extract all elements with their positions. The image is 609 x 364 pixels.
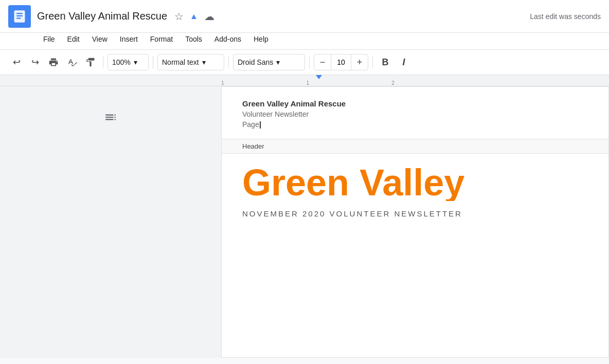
ruler-marker[interactable] xyxy=(316,75,322,79)
title-bar: Green Valley Animal Rescue ☆ ▲ ☁ Last ed… xyxy=(0,0,609,33)
style-dropdown[interactable]: Normal text ▾ xyxy=(157,54,224,70)
style-value: Normal text xyxy=(162,58,199,66)
doc-title-main: Green Valley Animal Rescue xyxy=(242,99,588,108)
cloud-icon[interactable]: ☁ xyxy=(204,10,214,23)
doc-content-title: Green Valley xyxy=(242,164,588,201)
font-size-control: − 10 + xyxy=(314,54,368,70)
toolbar-divider-4 xyxy=(309,56,310,68)
ruler: 1 1 2 xyxy=(0,75,609,86)
doc-page: Page xyxy=(242,120,588,129)
toolbar-divider-5 xyxy=(372,56,373,68)
menu-bar: File Edit View Insert Format Tools Add-o… xyxy=(0,33,609,49)
redo-button[interactable]: ↪ xyxy=(27,54,43,70)
menu-item-edit[interactable]: Edit xyxy=(62,33,85,45)
spellcheck-button[interactable] xyxy=(64,54,80,70)
font-size-increase-button[interactable]: + xyxy=(351,54,368,70)
menu-item-file[interactable]: File xyxy=(38,33,60,45)
left-sidebar xyxy=(0,86,221,358)
title-icons: ☆ ▲ ☁ xyxy=(174,10,214,23)
doc-area: Green Valley Animal Rescue Volunteer New… xyxy=(221,86,609,358)
menu-item-addons[interactable]: Add-ons xyxy=(209,33,246,45)
font-dropdown[interactable]: Droid Sans ▾ xyxy=(233,54,305,70)
header-label-bar: Header xyxy=(221,139,609,154)
menu-item-format[interactable]: Format xyxy=(145,33,178,45)
font-size-value[interactable]: 10 xyxy=(331,54,351,70)
font-value: Droid Sans xyxy=(238,58,273,66)
last-edit-text: Last edit was seconds xyxy=(530,12,601,21)
zoom-value: 100% xyxy=(112,58,131,66)
toolbar-divider-2 xyxy=(153,56,153,68)
undo-button[interactable]: ↩ xyxy=(8,54,25,70)
drive-icon[interactable]: ▲ xyxy=(190,12,198,21)
app-icon[interactable] xyxy=(8,5,31,28)
menu-item-tools[interactable]: Tools xyxy=(180,33,207,45)
outline-icon[interactable] xyxy=(100,107,121,128)
style-chevron-icon: ▾ xyxy=(202,58,206,66)
zoom-chevron-icon: ▾ xyxy=(134,58,137,66)
print-button[interactable] xyxy=(45,54,62,70)
paint-format-button[interactable] xyxy=(82,54,99,70)
font-size-decrease-button[interactable]: − xyxy=(314,54,331,70)
menu-item-insert[interactable]: Insert xyxy=(115,33,143,45)
ruler-marks: 1 1 2 xyxy=(221,75,477,86)
toolbar: ↩ ↪ 100% ▾ Normal text ▾ Droid Sans ▾ − … xyxy=(0,49,609,75)
star-icon[interactable]: ☆ xyxy=(174,10,184,23)
doc-content-subtitle: NOVEMBER 2020 VOLUNTEER NEWSLETTER xyxy=(242,209,588,218)
zoom-dropdown[interactable]: 100% ▾ xyxy=(108,54,149,70)
main-area: Green Valley Animal Rescue Volunteer New… xyxy=(0,86,609,358)
doc-header-info[interactable]: Green Valley Animal Rescue Volunteer New… xyxy=(221,86,609,139)
doc-subtitle: Volunteer Newsletter xyxy=(242,110,588,118)
menu-item-view[interactable]: View xyxy=(87,33,113,45)
menu-item-help[interactable]: Help xyxy=(248,33,274,45)
doc-content[interactable]: Green Valley NOVEMBER 2020 VOLUNTEER NEW… xyxy=(221,154,609,358)
toolbar-divider-3 xyxy=(228,56,229,68)
document-title: Green Valley Animal Rescue xyxy=(37,10,167,22)
font-chevron-icon: ▾ xyxy=(276,58,280,66)
toolbar-divider-1 xyxy=(103,56,103,68)
italic-button[interactable]: I xyxy=(396,54,412,70)
bold-button[interactable]: B xyxy=(377,54,393,70)
text-cursor xyxy=(260,121,261,129)
header-label-text: Header xyxy=(242,142,264,150)
